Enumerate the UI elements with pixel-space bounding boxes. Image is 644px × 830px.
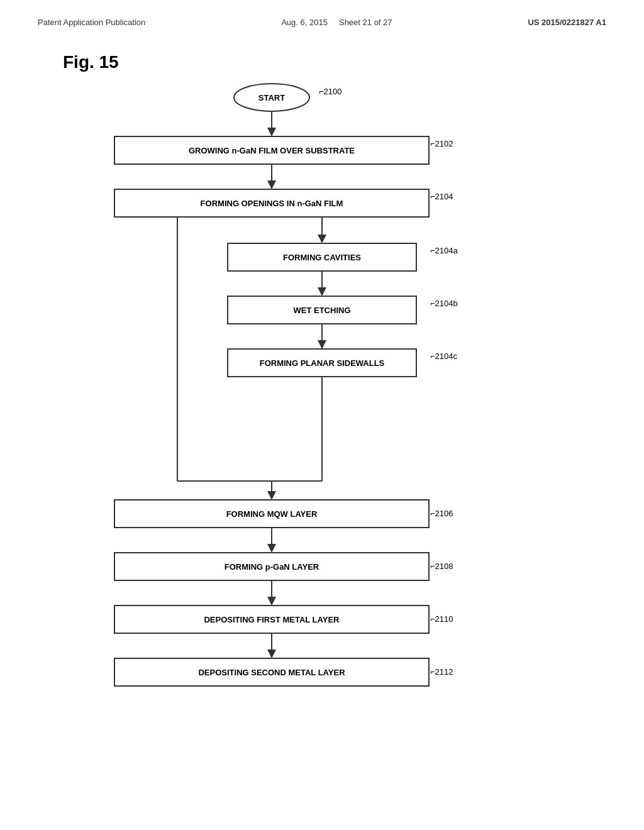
svg-text:DEPOSITING SECOND METAL LAYER: DEPOSITING SECOND METAL LAYER <box>198 668 345 677</box>
ref-2110: ⌐2110 <box>430 614 453 624</box>
header-date-sheet: Aug. 6, 2015 Sheet 21 of 27 <box>281 18 392 27</box>
header-publication-type: Patent Application Publication <box>38 18 145 27</box>
flowchart: START ⌐2100 ⌐2102 GROWING n-GaN FILM OVE… <box>77 79 567 707</box>
ref-2104: ⌐2104 <box>430 192 453 201</box>
svg-text:FORMING PLANAR SIDEWALLS: FORMING PLANAR SIDEWALLS <box>260 358 385 368</box>
ref-2102: ⌐2102 <box>430 139 453 148</box>
svg-text:FORMING CAVITIES: FORMING CAVITIES <box>283 253 361 262</box>
ref-2104b: ⌐2104b <box>430 299 458 308</box>
ref-2104a: ⌐2104a <box>430 246 458 255</box>
ref-2108: ⌐2108 <box>430 562 453 571</box>
ref-2104c: ⌐2104c <box>430 351 458 361</box>
svg-marker-21 <box>318 340 326 349</box>
svg-marker-35 <box>267 597 276 606</box>
page-content: Fig. 15 START ⌐2100 ⌐2102 GROWING n-GaN … <box>0 27 644 733</box>
ref-2100: ⌐2100 <box>319 87 342 96</box>
svg-text:FORMING MQW LAYER: FORMING MQW LAYER <box>226 509 318 519</box>
svg-marker-31 <box>267 544 276 553</box>
header-sheet: Sheet 21 of 27 <box>339 18 392 27</box>
svg-text:DEPOSITING FIRST METAL LAYER: DEPOSITING FIRST METAL LAYER <box>204 615 340 624</box>
svg-text:FORMING p-GaN LAYER: FORMING p-GaN LAYER <box>225 562 319 572</box>
page-header: Patent Application Publication Aug. 6, 2… <box>0 0 644 27</box>
svg-marker-27 <box>267 491 276 500</box>
header-date: Aug. 6, 2015 <box>281 18 328 27</box>
svg-marker-39 <box>267 650 276 658</box>
svg-text:GROWING n-GaN FILM OVER SUBSTR: GROWING n-GaN FILM OVER SUBSTRATE <box>189 146 355 155</box>
ref-2112: ⌐2112 <box>430 667 453 677</box>
figure-label: Fig. 15 <box>63 52 119 72</box>
svg-marker-3 <box>267 128 276 136</box>
svg-marker-17 <box>318 287 326 296</box>
header-patent-number: US 2015/0221827 A1 <box>528 18 606 27</box>
svg-text:START: START <box>258 93 285 102</box>
svg-text:FORMING OPENINGS IN n-GaN FILM: FORMING OPENINGS IN n-GaN FILM <box>201 199 343 208</box>
svg-marker-7 <box>267 180 276 189</box>
svg-marker-13 <box>318 235 326 243</box>
ref-2106: ⌐2106 <box>430 509 453 518</box>
svg-text:WET ETCHING: WET ETCHING <box>294 306 351 315</box>
